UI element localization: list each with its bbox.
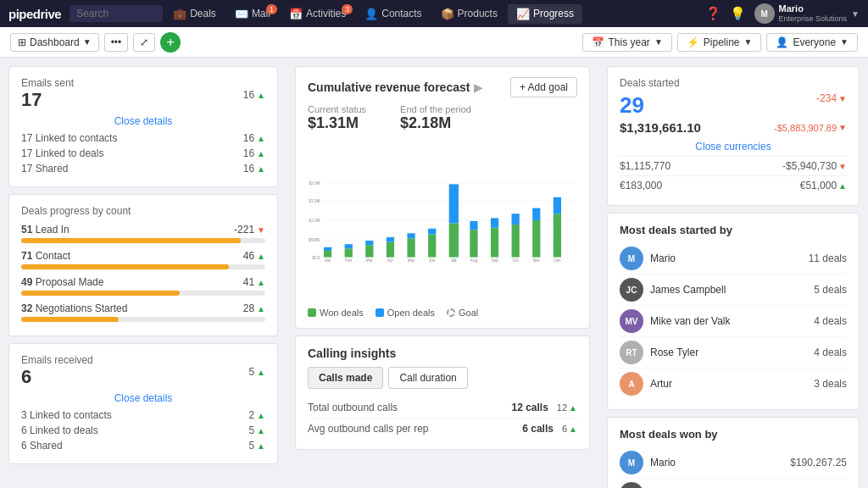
close-received-link[interactable]: Close details (114, 392, 173, 404)
nav-item-contacts[interactable]: 👤 Contacts (356, 4, 430, 24)
nav-right: ❓ 💡 M Mario Enterprise Solutions ▼ (705, 3, 860, 24)
calendar-chevron-icon: ▼ (654, 37, 663, 47)
add-widget-button[interactable]: + (160, 32, 181, 53)
this-year-filter[interactable]: 📅 This year ▼ (582, 33, 672, 52)
nav-item-mail[interactable]: ✉️ Mail 1 (226, 4, 279, 24)
up-icon: ▲ (569, 424, 577, 434)
most-deals-started-card: Most deals started by M Mario 11 deals J… (607, 213, 860, 410)
most-deals-won-card: Most deals won by M Mario $190,267.25 JC… (607, 417, 860, 488)
avatar: JC (620, 278, 643, 302)
close-currencies-link[interactable]: Close currencies (695, 141, 771, 152)
svg-text:$1.5M: $1.5M (309, 199, 320, 203)
add-goal-button[interactable]: + Add goal (510, 77, 577, 97)
svg-text:Mar: Mar (366, 258, 373, 263)
svg-rect-19 (407, 233, 415, 238)
most-won-title: Most deals won by (620, 428, 847, 441)
deals-started-count: 29 (620, 92, 644, 119)
person-icon: 👤 (776, 36, 788, 48)
avatar: MV (620, 309, 643, 333)
svg-text:$500K: $500K (309, 238, 320, 242)
pipeline-icon: ⚡ (687, 36, 699, 48)
user-info: Mario Enterprise Solutions (779, 3, 848, 24)
person-row: JC James Campbell 5 deals (620, 274, 847, 306)
up-icon: ▲ (257, 426, 265, 435)
center-column: Cumulative revenue forecast ▶ + Add goal… (287, 58, 598, 488)
progress-bar-bg (21, 317, 265, 322)
user-chevron-icon: ▼ (851, 9, 860, 19)
help-button[interactable]: ❓ (705, 6, 721, 21)
emails-sent-rows: 17 Linked to contacts 16▲ 17 Linked to d… (21, 130, 265, 176)
svg-rect-22 (449, 224, 459, 258)
nav-item-products[interactable]: 📦 Products (432, 4, 506, 24)
svg-rect-15 (365, 241, 373, 245)
user-menu[interactable]: M Mario Enterprise Solutions ▼ (754, 3, 860, 24)
dropdown-icon: ▼ (83, 37, 92, 47)
svg-rect-26 (491, 228, 498, 258)
toolbar: ⊞ Dashboard ▼ ••• ⤢ + 📅 This year ▼ ⚡ Pi… (0, 27, 868, 58)
down-icon: ▼ (838, 94, 847, 103)
nav-item-progress[interactable]: 📈 Progress (508, 4, 582, 24)
expand-button[interactable]: ⤢ (133, 33, 155, 52)
person-row: MV Mike van der Valk 4 deals (620, 306, 847, 337)
svg-text:$1.0M: $1.0M (309, 219, 320, 223)
emails-sent-count: 17 (21, 89, 42, 111)
svg-text:$2.0M: $2.0M (309, 181, 320, 186)
list-item: 17 Linked to contacts 16▲ (21, 130, 265, 146)
left-column: Emails sent 17 16 ▲ Close details 17 Lin… (0, 58, 287, 488)
currency-row: €183,000 €51,000 ▲ (620, 175, 847, 195)
person-row: M Mario 11 deals (620, 243, 847, 274)
chart-area: $2.0M $1.5M $1.0M $500K $0.0 (308, 141, 577, 304)
up-icon: ▲ (838, 181, 847, 191)
person-deals: 5 deals (814, 284, 847, 296)
dashboard-button[interactable]: ⊞ Dashboard ▼ (10, 33, 99, 52)
insight-row: Total outbound calls 12 calls 12 ▲ (308, 397, 577, 419)
chart-legend: Won deals Open deals Goal (308, 308, 577, 318)
emails-sent-card: Emails sent 17 16 ▲ Close details 17 Lin… (8, 66, 278, 187)
avatar: A (620, 372, 643, 396)
avatar: RT (620, 341, 643, 364)
svg-text:Jul: Jul (451, 258, 457, 263)
calendar-icon: 📅 (592, 36, 604, 48)
progress-row: 71 Contact 46▲ (21, 250, 265, 269)
progress-bar-bg (21, 291, 265, 296)
up-icon: ▲ (257, 252, 265, 261)
svg-text:Apr: Apr (387, 258, 394, 263)
activities-badge: 3 (342, 4, 353, 14)
revenue-forecast-card: Cumulative revenue forecast ▶ + Add goal… (295, 66, 590, 329)
nav-item-activities[interactable]: 📅 Activities 3 (281, 4, 354, 24)
deals-progress-title: Deals progress by count (21, 205, 265, 217)
svg-text:$0.0: $0.0 (312, 256, 320, 260)
up-icon: ▲ (257, 134, 265, 143)
down-icon: ▼ (257, 225, 265, 235)
svg-rect-24 (470, 230, 477, 257)
svg-rect-32 (554, 214, 561, 257)
emails-received-card: Emails received 6 5 ▲ Close details 3 Li… (8, 343, 278, 464)
down-icon: ▼ (838, 162, 847, 171)
close-details-link[interactable]: Close details (114, 115, 173, 127)
end-of-period: End of the period $2.18M (400, 104, 471, 132)
emails-received-rows: 3 Linked to contacts 2▲ 6 Linked to deal… (21, 408, 265, 453)
progress-row: 51 Lead In -221▼ (21, 224, 265, 243)
avatar: M (754, 3, 775, 24)
deals-started-card: Deals started 29 -234 ▼ $1,319,661.10 -$… (607, 66, 860, 206)
more-button[interactable]: ••• (104, 33, 129, 52)
svg-rect-16 (387, 242, 394, 258)
svg-text:May: May (408, 258, 415, 263)
calls-made-tab[interactable]: Calls made (308, 367, 383, 389)
insight-row: Avg outbound calls per rep 6 calls 6 ▲ (308, 419, 577, 439)
svg-rect-17 (387, 237, 394, 242)
deals-progress-card: Deals progress by count 51 Lead In -221▼… (8, 194, 278, 336)
person-name: Rose Tyler (650, 347, 807, 358)
progress-bar-fill (21, 291, 180, 296)
call-duration-tab[interactable]: Call duration (388, 367, 467, 389)
progress-icon: 📈 (516, 8, 530, 20)
search-input[interactable] (70, 5, 163, 22)
svg-rect-29 (512, 214, 520, 225)
calling-title: Calling insights (308, 347, 577, 360)
pipeline-filter[interactable]: ⚡ Pipeline ▼ (677, 33, 762, 52)
nav-item-deals[interactable]: 💼 Deals (164, 4, 225, 24)
avatar: M (620, 451, 643, 474)
everyone-filter[interactable]: 👤 Everyone ▼ (766, 33, 858, 52)
notifications-button[interactable]: 💡 (730, 6, 746, 21)
person-name: Artur (650, 378, 807, 390)
